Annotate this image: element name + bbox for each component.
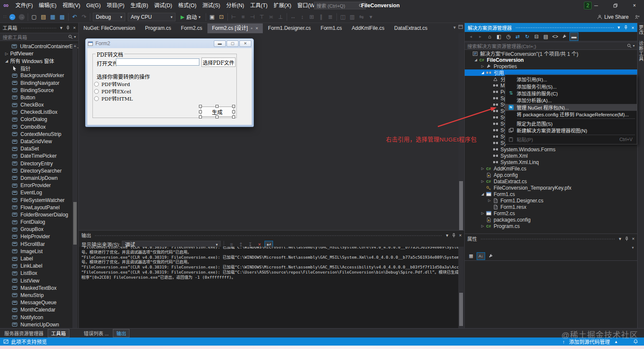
menu-item-11[interactable]: 扩展(X): [270, 0, 294, 11]
expander-collapsed-icon[interactable]: ▷: [480, 224, 485, 228]
tree-item-27[interactable]: ▷C#Program.cs: [465, 223, 637, 229]
toolbox-item-3[interactable]: 指针: [0, 65, 78, 72]
align-top-icon[interactable]: ⊤: [257, 12, 267, 22]
resize-handle[interactable]: [232, 110, 235, 113]
props-categorized-icon[interactable]: ▦: [467, 252, 475, 260]
toolbox-drag-area[interactable]: [21, 27, 57, 29]
menu-item-3[interactable]: Git(G): [83, 0, 104, 11]
se-view-code-icon[interactable]: <>: [551, 32, 560, 41]
editor-tab-4[interactable]: Form1.Designer.cs: [263, 23, 316, 33]
toolbox-item-36[interactable]: MonthCalendar: [0, 306, 78, 314]
expander-expanded-icon[interactable]: ◢: [480, 71, 485, 75]
toolbox-item-34[interactable]: MenuStrip: [0, 291, 78, 299]
toolbox-close-icon[interactable]: ×: [73, 25, 76, 30]
toolbox-item-26[interactable]: HelpProvider: [0, 233, 78, 240]
redo-icon[interactable]: ↷: [79, 12, 89, 22]
window-layout-icon[interactable]: [458, 25, 463, 30]
same-height-icon[interactable]: ↕: [298, 12, 307, 22]
context-menu-item-7[interactable]: 限定为此范围(S): [505, 120, 637, 127]
tree-item-0[interactable]: 解决方案“FileConversion”(1 个项目/共 1 个): [465, 50, 637, 57]
se-pending-filter-icon[interactable]: ◷: [504, 32, 513, 41]
expander-expanded-icon[interactable]: ◢: [473, 58, 478, 62]
toolbox-scrollbar[interactable]: ▲ ▼: [72, 43, 78, 344]
context-menu-item-1[interactable]: 添加服务引用(S)...: [505, 83, 637, 89]
designer-scrollbar[interactable]: [458, 33, 464, 230]
autohide-tab-0[interactable]: 更改: [638, 25, 644, 35]
output-pin-icon[interactable]: [451, 233, 456, 238]
toolbox-item-14[interactable]: DataSet: [0, 145, 78, 153]
se-preview-toggle-icon[interactable]: ▬: [569, 32, 578, 41]
new-project-icon[interactable]: ▢: [29, 12, 39, 22]
se-refresh-icon[interactable]: ↻: [523, 32, 532, 41]
horizontal-spacing-icon[interactable]: ∥: [316, 12, 326, 22]
align-middle-icon[interactable]: ≍: [267, 12, 276, 22]
toolbox-item-35[interactable]: MessageQueue: [0, 299, 78, 306]
toolbox-item-0[interactable]: UltraControlContainerEd...: [0, 43, 78, 50]
se-sync-icon[interactable]: ⇄: [513, 32, 522, 41]
toolbox-item-13[interactable]: DataGridView: [0, 138, 78, 145]
toolbox-item-27[interactable]: HScrollBar: [0, 240, 78, 248]
menu-item-10[interactable]: 工具(T): [247, 0, 270, 11]
platform-select[interactable]: Any CPU▾: [128, 13, 175, 21]
tree-item-22[interactable]: ◢Form1.cs: [465, 191, 637, 197]
resize-handle[interactable]: [216, 105, 218, 108]
close-window-button[interactable]: ×: [625, 0, 644, 11]
close-icon[interactable]: ×: [632, 25, 634, 30]
output-menu-icon[interactable]: ▾: [446, 233, 448, 238]
tab-close-icon[interactable]: ×: [256, 23, 258, 33]
panel-menu-icon[interactable]: ▾: [619, 236, 621, 242]
toolbox-item-19[interactable]: ErrorProvider: [0, 182, 78, 189]
editor-tab-2[interactable]: Form2.cs: [176, 23, 207, 33]
designer-window-icon[interactable]: ⊡: [217, 12, 226, 22]
menu-item-9[interactable]: 分析(N): [223, 0, 247, 11]
tree-item-21[interactable]: FileConversion_TemporaryKey.pfx: [465, 185, 637, 191]
expander-collapsed-icon[interactable]: ▷: [480, 167, 485, 170]
toolbox-item-31[interactable]: ListBox: [0, 270, 78, 277]
open-file-icon[interactable]: ▤: [39, 12, 48, 22]
toolbox-item-28[interactable]: ImageList: [0, 248, 78, 255]
se-show-all-files-icon[interactable]: ▤: [541, 32, 550, 41]
tree-item-2[interactable]: ▷Properties: [465, 63, 637, 69]
tree-item-15[interactable]: System.Windows.Forms: [465, 146, 637, 153]
toolbox-item-10[interactable]: ColorDialog: [0, 116, 78, 123]
se-switch-views-icon[interactable]: ◧: [494, 32, 503, 41]
menu-item-5[interactable]: 生成(B): [127, 0, 151, 11]
live-share-button[interactable]: Live Share: [597, 14, 629, 20]
toolbox-item-6[interactable]: BindingSource: [0, 87, 78, 94]
form-minimize-button[interactable]: ▬: [214, 40, 226, 47]
context-menu-item-10[interactable]: 粘贴(P)Ctrl+V: [505, 136, 637, 143]
tree-item-24[interactable]: Form1.resx: [465, 204, 637, 210]
scrollbar-thumb[interactable]: [459, 293, 463, 326]
editor-tab-5[interactable]: Form1.cs: [316, 23, 347, 33]
undo-icon[interactable]: ↶: [70, 12, 79, 22]
toolbox-item-33[interactable]: MaskedTextBox: [0, 284, 78, 291]
toolbox-item-7[interactable]: Button: [0, 94, 78, 101]
close-icon[interactable]: ×: [632, 236, 635, 241]
file-path-input[interactable]: [116, 58, 199, 66]
toolbar-overflow-icon[interactable]: ▾: [366, 12, 376, 22]
editor-tab-0[interactable]: NuGet: FileConversion: [79, 23, 140, 33]
expander-expanded-icon[interactable]: ◢: [480, 192, 485, 196]
resize-handle[interactable]: [232, 105, 235, 108]
tree-item-26[interactable]: packages.config: [465, 216, 637, 223]
quick-search-box[interactable]: 搜索 (Ctrl+Q): [314, 2, 366, 9]
toolbox-menu-icon[interactable]: ▾: [60, 25, 63, 31]
toolbox-search-input[interactable]: 搜索工具箱 ▾: [0, 33, 78, 41]
context-menu-item-3[interactable]: 添加分析器(A)...: [505, 97, 637, 104]
nav-forward-icon[interactable]: →: [17, 12, 26, 22]
pin-icon[interactable]: [624, 25, 628, 30]
expander-expanded-icon[interactable]: ◢: [4, 59, 9, 63]
se-collapse-all-icon[interactable]: ⊟: [532, 32, 541, 41]
configuration-select[interactable]: Debug▾: [93, 13, 125, 21]
start-debug-button[interactable]: ▶启动▾: [178, 12, 204, 22]
autohide-tab-1[interactable]: 诊断工具: [638, 41, 644, 61]
bring-to-front-icon[interactable]: ◫: [338, 12, 348, 22]
toolbox-item-8[interactable]: CheckBox: [0, 101, 78, 109]
expander-collapsed-icon[interactable]: ▷: [480, 179, 485, 183]
expander-collapsed-icon[interactable]: ▷: [480, 64, 485, 68]
properties-object-select[interactable]: ▾: [466, 244, 636, 251]
toolbox-item-12[interactable]: ContextMenuStrip: [0, 130, 78, 138]
se-properties-icon[interactable]: [560, 32, 569, 41]
nav-back-icon[interactable]: ←: [8, 12, 17, 22]
designed-form-window[interactable]: Form2 ▬ ▢ ✕ PDF转文档 打开文件 选择PDF文件 选择你需要转换的…: [85, 38, 254, 127]
